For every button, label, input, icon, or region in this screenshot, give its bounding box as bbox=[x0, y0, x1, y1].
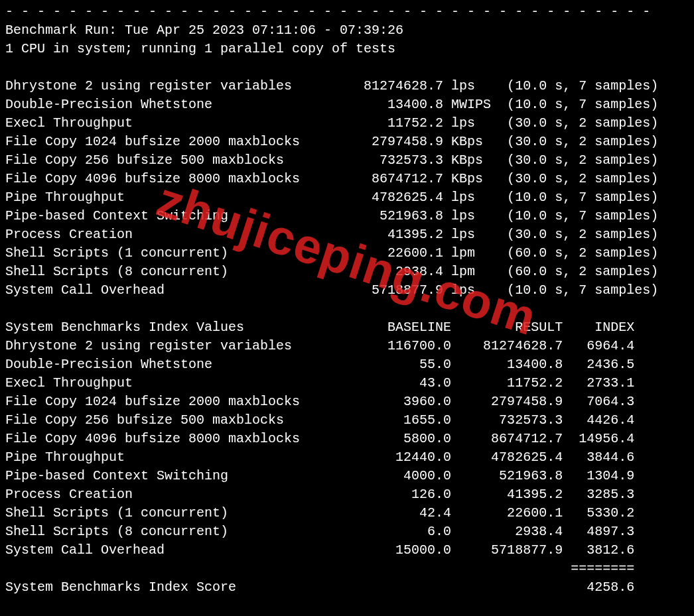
terminal-output: - - - - - - - - - - - - - - - - - - - - … bbox=[0, 0, 694, 602]
